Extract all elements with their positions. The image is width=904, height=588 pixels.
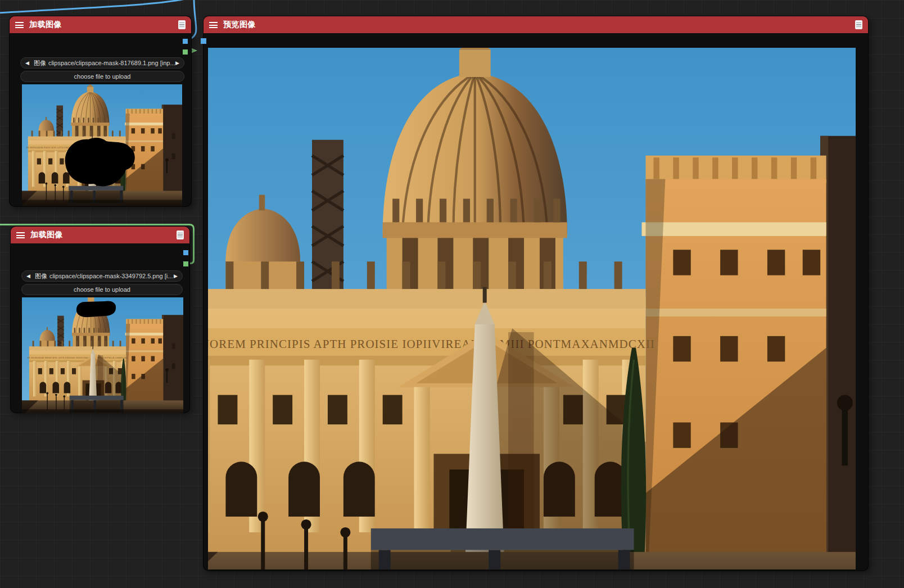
combo-label: 图像 <box>34 59 46 67</box>
mask-blob <box>22 297 183 413</box>
note-document-icon[interactable] <box>855 20 862 29</box>
node-header[interactable]: 预览图像 <box>204 16 868 33</box>
image-link-wire-top-left <box>0 0 188 13</box>
image-input-slot[interactable] <box>201 38 206 44</box>
node-title: 加载图像 <box>29 20 62 30</box>
comfyui-canvas[interactable]: { "canvas": { "background": "#212121", "… <box>0 0 904 588</box>
combo-prev-icon[interactable]: ◀ <box>26 273 30 279</box>
choose-file-button[interactable]: choose file to upload <box>21 284 183 295</box>
node-header[interactable]: 加载图像 <box>10 16 191 33</box>
combo-prev-icon[interactable]: ◀ <box>25 60 29 66</box>
choose-file-label: choose file to upload <box>74 73 131 80</box>
load-image-node-1[interactable]: 加载图像 ◀ 图像 clipspace/clipspace-mask-81768… <box>9 16 192 207</box>
node-title: 加载图像 <box>30 230 63 240</box>
combo-next-icon[interactable]: ▶ <box>174 273 178 279</box>
preview-image-node[interactable]: 预览图像 <box>203 16 869 571</box>
preview-image[interactable] <box>208 48 856 569</box>
image-thumbnail[interactable] <box>22 297 183 413</box>
choose-file-button[interactable]: choose file to upload <box>20 71 184 82</box>
image-file-combo[interactable]: ◀ 图像 clipspace/clipspace-mask-817689.1.p… <box>20 57 184 69</box>
image-thumbnail[interactable] <box>22 84 182 206</box>
mask-blob <box>22 84 182 206</box>
combo-label: 图像 <box>35 272 47 281</box>
note-document-icon[interactable] <box>178 20 186 29</box>
combo-next-icon[interactable]: ▶ <box>175 60 179 66</box>
node-header[interactable]: 加载图像 <box>11 227 189 243</box>
node-title: 预览图像 <box>223 20 256 30</box>
mask-output-slot[interactable] <box>183 49 188 55</box>
image-output-slot[interactable] <box>183 39 188 44</box>
note-document-icon[interactable] <box>177 230 184 239</box>
mask-output-slot[interactable] <box>183 261 188 266</box>
image-file-combo[interactable]: ◀ 图像 clipspace/clipspace-mask-3349792.5.… <box>21 270 183 282</box>
image-output-slot[interactable] <box>183 250 188 255</box>
hamburger-menu-icon[interactable] <box>15 22 24 28</box>
hamburger-menu-icon[interactable] <box>209 22 218 28</box>
hamburger-menu-icon[interactable] <box>16 232 25 238</box>
load-image-node-2[interactable]: 加载图像 ◀ 图像 clipspace/clipspace-mask-33497… <box>10 226 190 413</box>
basilica-photo-large <box>208 48 856 569</box>
choose-file-label: choose file to upload <box>74 286 130 293</box>
combo-value: clipspace/clipspace-mask-3349792.5.png [… <box>47 273 174 279</box>
combo-value: clipspace/clipspace-mask-817689.1.png [i… <box>46 60 175 66</box>
